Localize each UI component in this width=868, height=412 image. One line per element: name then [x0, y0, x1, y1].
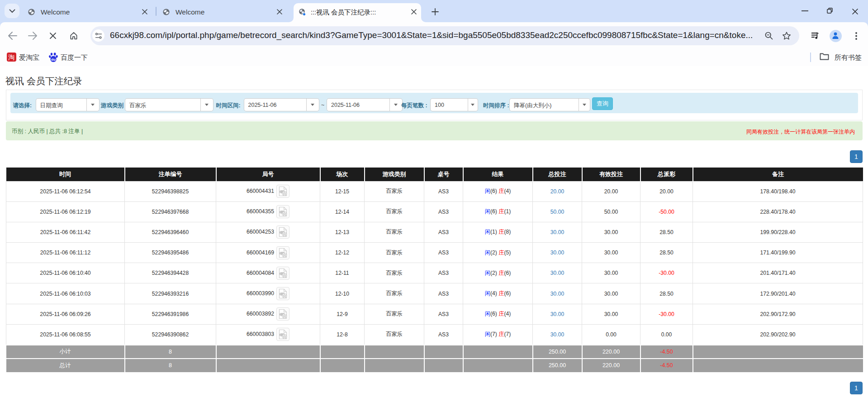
svg-text:du: du: [51, 57, 56, 62]
